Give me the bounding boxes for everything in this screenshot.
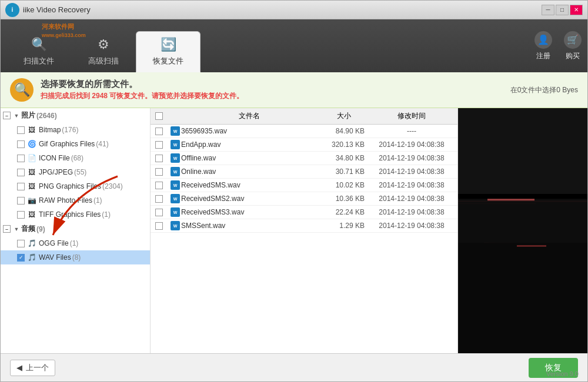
tab-recover[interactable]: 🔄 恢复文件 (136, 31, 201, 72)
sidebar-item-wav[interactable]: 🎵 WAV Files (8) (1, 250, 150, 264)
tiff-icon: 🖼 (27, 210, 36, 219)
sidebar-item-gif[interactable]: 🌀 Gif Graphics Files (41) (1, 137, 150, 151)
file-checkbox-2[interactable] (155, 155, 163, 162)
file-size-7: 1.29 KB (318, 222, 370, 230)
file-name-5: ReceivedSMS2.wav (181, 195, 318, 203)
file-date-7: 2014-12-19 04:08:38 (370, 222, 453, 230)
register-button[interactable]: 👤 注册 (534, 31, 552, 61)
gif-checkbox[interactable] (17, 140, 25, 148)
main-window: i iike Video Recovery ─ □ ✕ 河来软件网 www.ge… (0, 0, 588, 382)
title-bar: i iike Video Recovery ─ □ ✕ (1, 1, 587, 19)
file-checkbox-4[interactable] (155, 182, 163, 189)
file-date-2: 2014-12-19 04:08:38 (370, 154, 453, 162)
png-checkbox[interactable] (17, 183, 25, 190)
maximize-button[interactable]: □ (556, 5, 569, 15)
photos-count: (2646) (36, 112, 57, 120)
file-checkbox-0[interactable] (155, 128, 163, 135)
register-icon: 👤 (534, 31, 552, 49)
wav-file-icon-3: W (171, 167, 180, 176)
audio-expand-icon[interactable]: ▼ (13, 226, 20, 233)
buy-button[interactable]: 🛒 购买 (564, 31, 582, 61)
tab-scan-label: 扫描文件 (24, 56, 54, 66)
photos-expand-icon[interactable]: ▼ (13, 112, 20, 119)
file-row[interactable]: W ReceivedSMS.wav 10.02 KB 2014-12-19 04… (151, 179, 457, 192)
file-checkbox-3[interactable] (155, 168, 163, 176)
file-checkbox-1[interactable] (155, 141, 163, 149)
sidebar-item-png[interactable]: 🖼 PNG Graphics Files (2304) (1, 179, 150, 193)
sidebar-item-jpg[interactable]: 🖼 JPG/JPEG (55) (1, 165, 150, 179)
close-button[interactable]: ✕ (570, 5, 583, 15)
file-size-0: 84.90 KB (318, 127, 370, 135)
header-date: 修改时间 (370, 111, 453, 121)
back-button[interactable]: ◀ 上一个 (10, 360, 55, 376)
sidebar-item-raw[interactable]: 📷 RAW Photo Files (1) (1, 193, 150, 207)
preview-panel (458, 108, 587, 353)
sidebar-item-audio[interactable]: ▼ 音频 (9) (1, 222, 150, 236)
jpg-label: JPG/JPEG (39, 168, 73, 176)
gif-label: Gif Graphics Files (39, 140, 95, 148)
wav-file-icon-7: W (171, 221, 180, 230)
sidebar-item-icon[interactable]: 📄 ICON File (68) (1, 151, 150, 165)
svg-rect-6 (458, 243, 587, 353)
file-row[interactable]: W Offline.wav 34.80 KB 2014-12-19 04:08:… (151, 152, 457, 165)
file-checkbox-6[interactable] (155, 209, 163, 216)
wav-checkbox[interactable] (17, 254, 25, 262)
icon-checkbox[interactable] (17, 155, 25, 162)
file-row[interactable]: W SMSSent.wav 1.29 KB 2014-12-19 04:08:3… (151, 219, 457, 233)
wav-file-icon-6: W (171, 207, 180, 217)
file-date-3: 2014-12-19 04:08:38 (370, 167, 453, 176)
gif-count: (41) (96, 140, 108, 148)
tab-group: 🔍 扫描文件 ⚙ 高级扫描 🔄 恢复文件 (6, 19, 201, 72)
info-icon: 🔍 (10, 78, 34, 102)
icon-count: (68) (71, 154, 83, 162)
file-date-4: 2014-12-19 04:08:38 (370, 181, 453, 189)
file-name-4: ReceivedSMS.wav (181, 181, 318, 189)
minimize-button[interactable]: ─ (542, 5, 554, 15)
back-arrow-icon: ◀ (16, 363, 22, 372)
file-checkbox-5[interactable] (155, 195, 163, 203)
sidebar[interactable]: ▼ 照片 (2646) 🖼 Bitmap (176) 🌀 Gif Graphic… (1, 108, 151, 353)
photos-checkbox[interactable] (3, 112, 11, 119)
file-size-4: 10.02 KB (318, 181, 370, 189)
tiff-count: (1) (102, 210, 111, 219)
sidebar-item-photos[interactable]: ▼ 照片 (2646) (1, 108, 150, 123)
register-label: 注册 (536, 51, 550, 61)
file-row[interactable]: W Online.wav 30.71 KB 2014-12-19 04:08:3… (151, 165, 457, 179)
tiff-checkbox[interactable] (17, 211, 25, 219)
file-row[interactable]: W ReceivedSMS3.wav 22.24 KB 2014-12-19 0… (151, 206, 457, 219)
app-logo: i (5, 3, 19, 17)
file-name-3: Online.wav (181, 167, 318, 176)
audio-count: (9) (36, 225, 45, 233)
svg-rect-4 (458, 108, 587, 194)
wav-count: (8) (72, 253, 81, 262)
window-controls: ─ □ ✕ (542, 5, 583, 15)
file-row[interactable]: W 36596935.wav 84.90 KB ---- (151, 125, 457, 138)
bitmap-checkbox[interactable] (17, 126, 25, 134)
icon-file-icon: 📄 (27, 153, 36, 163)
recover-icon: 🔄 (161, 37, 176, 52)
bitmap-icon: 🖼 (27, 125, 36, 135)
jpg-checkbox[interactable] (17, 169, 25, 176)
file-name-1: EndApp.wav (181, 140, 318, 149)
photos-label: 照片 (21, 110, 35, 120)
file-list-header: 文件名 大小 修改时间 (151, 108, 457, 125)
header-checkbox-col[interactable] (155, 112, 169, 120)
svg-rect-8 (517, 246, 546, 247)
file-date-6: 2014-12-19 04:08:38 (370, 208, 453, 216)
jpg-icon: 🖼 (27, 167, 36, 177)
file-list-body: W 36596935.wav 84.90 KB ---- W EndApp.wa… (151, 125, 457, 353)
header-filename: 文件名 (181, 111, 318, 121)
sidebar-item-tiff[interactable]: 🖼 TIFF Graphics Files (1) (1, 207, 150, 222)
sidebar-item-ogg[interactable]: 🎵 OGG File (1) (1, 236, 150, 250)
file-checkbox-7[interactable] (155, 222, 163, 230)
select-all-checkbox[interactable] (155, 112, 163, 120)
gif-icon: 🌀 (27, 139, 36, 149)
sidebar-item-bitmap[interactable]: 🖼 Bitmap (176) (1, 123, 150, 137)
preview-content (458, 108, 587, 353)
audio-checkbox[interactable] (3, 225, 11, 233)
file-row[interactable]: W EndApp.wav 320.13 KB 2014-12-19 04:08:… (151, 138, 457, 152)
file-size-5: 10.36 KB (318, 195, 370, 203)
ogg-checkbox[interactable] (17, 240, 25, 247)
file-row[interactable]: W ReceivedSMS2.wav 10.36 KB 2014-12-19 0… (151, 192, 457, 206)
raw-checkbox[interactable] (17, 197, 25, 205)
